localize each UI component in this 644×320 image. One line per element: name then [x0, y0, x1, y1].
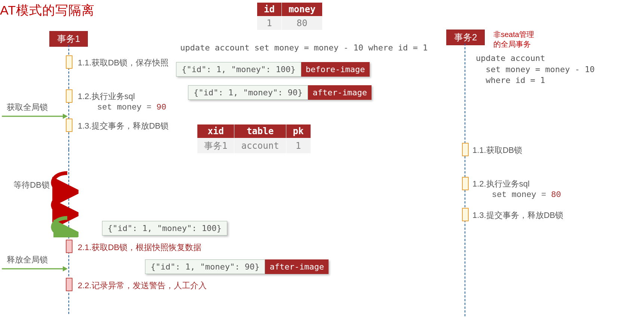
tx2-red-note: 非seata管理 的全局事务 — [493, 30, 534, 49]
diagram-title: AT模式的写隔离 — [0, 2, 95, 19]
restore-json-100: {"id": 1, "money": 100} — [102, 221, 227, 236]
set-money-value: 90 — [156, 103, 166, 112]
note-get-global-lock: 获取全局锁 — [7, 102, 48, 113]
tx1-act-3 — [66, 119, 73, 132]
before-image-json: {"id": 1, "money": 100} — [176, 62, 301, 77]
note-release-global-lock: 释放全局锁 — [7, 254, 48, 265]
tx2-act-1 — [462, 143, 469, 156]
after-image-box: {"id": 1, "money": 90} after-image — [188, 85, 372, 100]
tx1-step-12-sub: set money = 90 — [97, 102, 166, 112]
td-id: 1 — [257, 16, 282, 30]
tx2-red-note-l2: 的全局事务 — [493, 40, 531, 48]
tx2-step-12: 1.2.执行业务sql — [472, 178, 530, 190]
th-money: money — [281, 3, 322, 16]
tx2-step-12-sub: set money = 80 — [492, 190, 561, 200]
wait-arrows — [49, 170, 78, 237]
restore-json-100-body: {"id": 1, "money": 100} — [102, 221, 227, 236]
restore-json-90: {"id": 1, "money": 90} after-image — [145, 259, 329, 274]
tx1-act-1 — [66, 55, 73, 69]
td-table: account — [234, 138, 286, 154]
global-update-sql: update account set money = money - 10 wh… — [180, 43, 428, 52]
tx2-step-11: 1.1.获取DB锁 — [472, 145, 522, 156]
tx1-header: 事务1 — [49, 31, 88, 47]
td-money: 80 — [281, 16, 322, 30]
tx1-act-4 — [66, 240, 73, 253]
tx1-step-21: 2.1.获取DB锁，根据快照恢复数据 — [78, 242, 201, 253]
tx2-header: 事务2 — [446, 30, 485, 45]
svg-marker-1 — [63, 114, 68, 119]
tx2-set-money-prefix: set money = — [492, 190, 551, 200]
account-table: id money 1 80 — [257, 2, 323, 30]
td-xid: 事务1 — [197, 138, 234, 154]
tx1-step-22: 2.2.记录异常，发送警告，人工介入 — [78, 280, 207, 291]
arrow-release-global-lock — [2, 265, 68, 273]
tx2-act-2 — [462, 177, 469, 190]
restore-json-90-tag: after-image — [265, 259, 329, 274]
note-wait-db-lock: 等待DB锁 — [13, 179, 50, 191]
tx2-act-3 — [462, 208, 469, 221]
lock-table: xid table pk 事务1 account 1 — [197, 124, 311, 154]
th-id: id — [257, 3, 282, 16]
tx1-act-5 — [66, 278, 73, 291]
th-pk: pk — [286, 124, 311, 138]
set-money-prefix: set money = — [97, 103, 156, 112]
th-xid: xid — [197, 124, 234, 138]
before-image-box: {"id": 1, "money": 100} before-image — [176, 62, 370, 77]
tx1-act-2 — [66, 89, 73, 103]
arrow-get-global-lock — [2, 113, 68, 120]
th-table: table — [234, 124, 286, 138]
svg-marker-3 — [63, 266, 68, 271]
td-pk: 1 — [286, 138, 311, 154]
before-image-tag: before-image — [301, 62, 370, 77]
tx2-set-money-value: 80 — [551, 190, 561, 200]
tx1-step-13: 1.3.提交事务，释放DB锁 — [78, 120, 169, 132]
restore-json-90-body: {"id": 1, "money": 90} — [145, 259, 265, 274]
after-image-tag: after-image — [308, 85, 372, 100]
tx2-sql: update account set money = money - 10 wh… — [476, 53, 595, 86]
after-image-json: {"id": 1, "money": 90} — [188, 85, 308, 100]
tx1-step-12: 1.2.执行业务sql — [78, 91, 135, 102]
tx2-red-note-l1: 非seata管理 — [493, 30, 534, 39]
tx2-step-13: 1.3.提交事务，释放DB锁 — [472, 210, 563, 221]
tx1-step-11: 1.1.获取DB锁，保存快照 — [78, 57, 169, 68]
